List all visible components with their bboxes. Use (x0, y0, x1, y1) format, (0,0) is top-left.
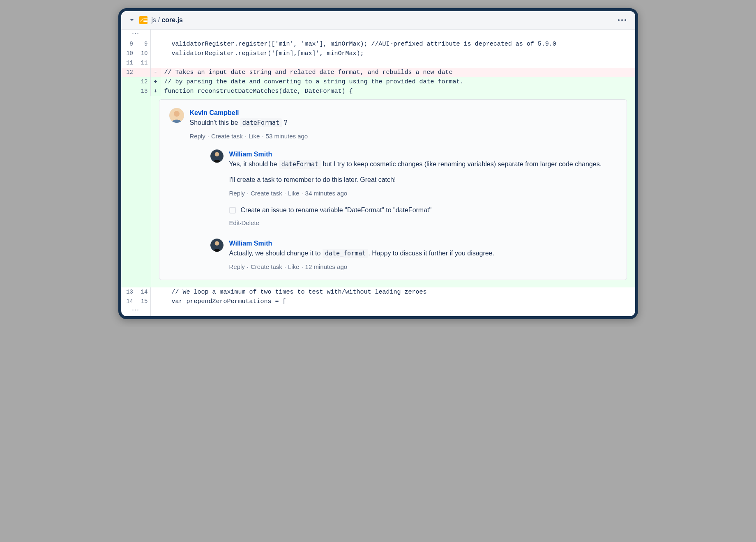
comment-actions: Reply·Create task·Like·53 minutes ago (190, 132, 617, 141)
expand-context-bottom[interactable]: ··· (121, 306, 635, 316)
svg-point-3 (214, 152, 219, 156)
inline-code: dateFormat (240, 118, 282, 127)
create-task-button[interactable]: Create task (251, 263, 282, 270)
diff-body: ··· 99 validatorRegister.register(['min'… (121, 30, 635, 316)
create-task-button[interactable]: Create task (211, 133, 243, 140)
task-text: Create an issue to rename variable "Date… (241, 205, 432, 215)
comment-actions: Reply·Create task·Like·12 minutes ago (229, 262, 617, 272)
reply-button[interactable]: Reply (229, 263, 245, 270)
inline-code: date_format (323, 249, 368, 258)
comment-actions: Reply·Create task·Like·34 minutes ago (229, 189, 617, 198)
diff-line-removed: 12 - // Takes an input date string and r… (121, 68, 635, 77)
task-checkbox[interactable] (229, 207, 236, 214)
comment-time: 53 minutes ago (266, 133, 308, 140)
file-modified-icon (139, 16, 148, 24)
diff-line: 1415 var prependZeroPermutations = [ (121, 297, 635, 306)
diff-viewer-window: js / core.js ··· 99 validatorRegister.re… (118, 8, 638, 319)
task-item: Create an issue to rename variable "Date… (229, 205, 617, 215)
avatar[interactable] (210, 149, 224, 163)
file-header: js / core.js (121, 11, 635, 30)
diff-line-added: 13 + function reconstructDateMatches(dat… (121, 87, 635, 96)
breadcrumb-folder: js (152, 16, 157, 23)
comment-author[interactable]: Kevin Campbell (190, 108, 617, 118)
reply-button[interactable]: Reply (229, 190, 245, 197)
expand-context-top[interactable]: ··· (121, 30, 635, 39)
task-actions: Edit·Delete (229, 218, 617, 228)
create-task-button[interactable]: Create task (251, 190, 282, 197)
more-menu-icon[interactable] (616, 18, 628, 23)
avatar[interactable] (210, 239, 224, 252)
breadcrumb: js / core.js (152, 16, 183, 24)
diff-line: 1314 // We loop a maximum of two times t… (121, 287, 635, 297)
diff-line: 1111 (121, 58, 635, 68)
like-button[interactable]: Like (288, 263, 300, 270)
inline-code: dateFormat (279, 160, 321, 169)
diff-line-added: 12 + // by parsing the date and converti… (121, 77, 635, 87)
like-button[interactable]: Like (288, 190, 300, 197)
comment-time: 34 minutes ago (305, 190, 348, 197)
comment-author[interactable]: William Smith (229, 239, 617, 248)
breadcrumb-filename: core.js (161, 16, 183, 23)
reply-button[interactable]: Reply (190, 133, 205, 140)
avatar[interactable] (169, 108, 184, 123)
comment-reply: William Smith Actually, we should change… (210, 239, 617, 272)
svg-point-5 (214, 241, 219, 246)
svg-point-1 (174, 111, 180, 117)
comment: Kevin Campbell Shouldn't this be dateFor… (169, 108, 617, 271)
collapse-toggle[interactable] (129, 17, 135, 23)
comment-reply: William Smith Yes, it should be dateForm… (210, 149, 617, 228)
edit-button[interactable]: Edit (229, 219, 240, 226)
diff-line: 99 validatorRegister.register(['min', 'm… (121, 39, 635, 49)
delete-button[interactable]: Delete (242, 219, 259, 226)
comment-thread: Kevin Campbell Shouldn't this be dateFor… (121, 96, 635, 287)
diff-line: 1010 validatorRegister.register('[min],[… (121, 49, 635, 58)
comment-time: 12 minutes ago (305, 263, 348, 270)
comment-author[interactable]: William Smith (229, 149, 617, 159)
like-button[interactable]: Like (249, 133, 260, 140)
